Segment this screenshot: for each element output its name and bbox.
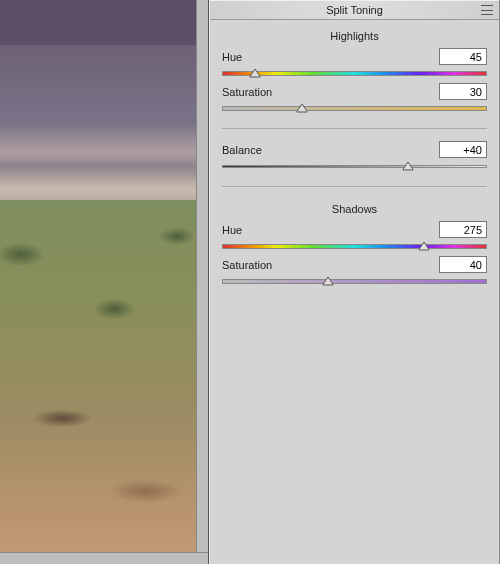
- shadows-title: Shadows: [222, 203, 487, 215]
- shadows-hue-slider[interactable]: [222, 240, 487, 252]
- highlights-sat-input[interactable]: [439, 83, 487, 100]
- shadows-hue-label: Hue: [222, 224, 242, 236]
- shadows-sat-control: Saturation: [222, 256, 487, 287]
- divider: [222, 128, 487, 129]
- balance-section: Balance: [210, 135, 499, 180]
- shadows-section: Shadows Hue Saturation: [210, 193, 499, 295]
- slider-thumb[interactable]: [250, 69, 261, 80]
- svg-marker-3: [419, 242, 430, 250]
- highlights-title: Highlights: [222, 30, 487, 42]
- highlights-hue-input[interactable]: [439, 48, 487, 65]
- balance-input[interactable]: [439, 141, 487, 158]
- shadows-sat-input[interactable]: [439, 256, 487, 273]
- divider: [222, 186, 487, 187]
- slider-thumb[interactable]: [323, 277, 334, 288]
- highlights-hue-control: Hue: [222, 48, 487, 79]
- shadows-hue-input[interactable]: [439, 221, 487, 238]
- highlights-hue-label: Hue: [222, 51, 242, 63]
- svg-marker-4: [323, 277, 334, 285]
- svg-marker-0: [250, 69, 261, 77]
- slider-thumb[interactable]: [419, 242, 430, 253]
- highlights-sat-control: Saturation: [222, 83, 487, 114]
- highlights-hue-slider[interactable]: [222, 67, 487, 79]
- slider-thumb[interactable]: [296, 104, 307, 115]
- balance-label: Balance: [222, 144, 262, 156]
- panel-header: Split Toning: [210, 0, 499, 20]
- panel-menu-icon[interactable]: [481, 5, 493, 15]
- split-toning-panel: Split Toning Highlights Hue Saturation: [209, 0, 500, 564]
- slider-thumb[interactable]: [402, 162, 413, 173]
- highlights-sat-label: Saturation: [222, 86, 272, 98]
- highlights-section: Highlights Hue Saturation: [210, 20, 499, 122]
- svg-marker-2: [402, 162, 413, 170]
- shadows-sat-label: Saturation: [222, 259, 272, 271]
- balance-control: Balance: [222, 141, 487, 172]
- shadows-hue-control: Hue: [222, 221, 487, 252]
- highlights-sat-slider[interactable]: [222, 102, 487, 114]
- image-preview: [0, 0, 209, 564]
- svg-marker-1: [296, 104, 307, 112]
- shadows-sat-slider[interactable]: [222, 275, 487, 287]
- panel-title: Split Toning: [326, 4, 383, 16]
- balance-slider[interactable]: [222, 160, 487, 172]
